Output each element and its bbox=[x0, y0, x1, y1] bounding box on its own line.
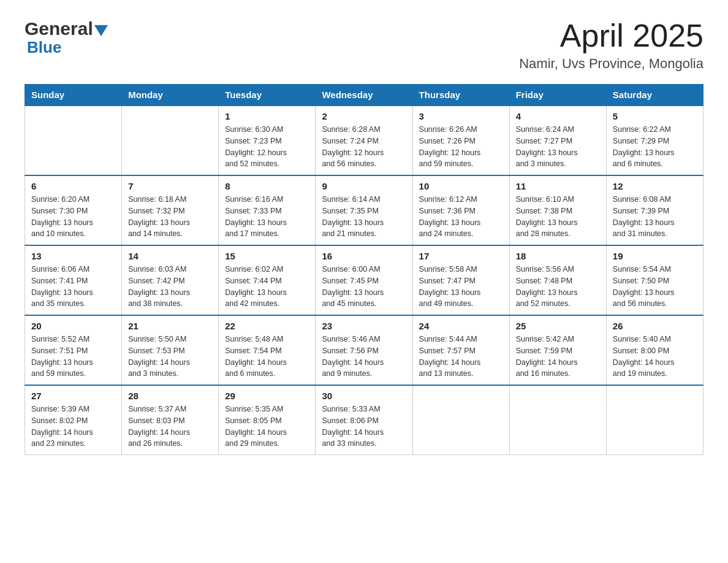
day-info: Sunrise: 5:56 AM Sunset: 7:48 PM Dayligh… bbox=[516, 264, 600, 310]
page-header: General Blue April 2025 Namir, Uvs Provi… bbox=[25, 18, 703, 72]
day-number: 25 bbox=[516, 321, 600, 331]
calendar-cell: 21Sunrise: 5:50 AM Sunset: 7:53 PM Dayli… bbox=[122, 315, 219, 385]
calendar-cell bbox=[412, 385, 509, 455]
calendar-cell: 2Sunrise: 6:28 AM Sunset: 7:24 PM Daylig… bbox=[316, 105, 412, 175]
calendar-cell: 1Sunrise: 6:30 AM Sunset: 7:23 PM Daylig… bbox=[219, 105, 316, 175]
day-info: Sunrise: 5:48 AM Sunset: 7:54 PM Dayligh… bbox=[225, 334, 309, 380]
day-number: 14 bbox=[128, 251, 212, 261]
col-header-monday: Monday bbox=[122, 85, 219, 106]
day-info: Sunrise: 5:54 AM Sunset: 7:50 PM Dayligh… bbox=[613, 264, 697, 310]
day-number: 13 bbox=[31, 251, 115, 261]
day-number: 5 bbox=[613, 111, 697, 121]
calendar-cell: 3Sunrise: 6:26 AM Sunset: 7:26 PM Daylig… bbox=[412, 105, 509, 175]
day-number: 16 bbox=[322, 251, 406, 261]
day-number: 27 bbox=[31, 391, 115, 401]
day-number: 4 bbox=[516, 111, 600, 121]
calendar-table: SundayMondayTuesdayWednesdayThursdayFrid… bbox=[25, 84, 703, 455]
day-number: 15 bbox=[225, 251, 309, 261]
calendar-cell bbox=[606, 385, 703, 455]
calendar-cell: 17Sunrise: 5:58 AM Sunset: 7:47 PM Dayli… bbox=[412, 245, 509, 315]
calendar-cell: 22Sunrise: 5:48 AM Sunset: 7:54 PM Dayli… bbox=[219, 315, 316, 385]
logo-triangle-icon bbox=[94, 25, 108, 36]
day-number: 6 bbox=[31, 181, 115, 191]
week-row-1: 1Sunrise: 6:30 AM Sunset: 7:23 PM Daylig… bbox=[25, 105, 703, 175]
day-info: Sunrise: 6:22 AM Sunset: 7:29 PM Dayligh… bbox=[613, 124, 697, 170]
calendar-cell: 18Sunrise: 5:56 AM Sunset: 7:48 PM Dayli… bbox=[509, 245, 606, 315]
calendar-cell bbox=[509, 385, 606, 455]
day-info: Sunrise: 6:18 AM Sunset: 7:32 PM Dayligh… bbox=[128, 194, 212, 240]
day-number: 17 bbox=[419, 251, 503, 261]
col-header-thursday: Thursday bbox=[412, 85, 509, 106]
calendar-cell: 26Sunrise: 5:40 AM Sunset: 8:00 PM Dayli… bbox=[606, 315, 703, 385]
calendar-cell bbox=[122, 105, 219, 175]
day-info: Sunrise: 6:24 AM Sunset: 7:27 PM Dayligh… bbox=[516, 124, 600, 170]
logo-blue: Blue bbox=[27, 38, 61, 56]
calendar-cell: 13Sunrise: 6:06 AM Sunset: 7:41 PM Dayli… bbox=[25, 245, 122, 315]
logo: General Blue bbox=[25, 18, 109, 57]
day-info: Sunrise: 6:30 AM Sunset: 7:23 PM Dayligh… bbox=[225, 124, 309, 170]
calendar-header-row: SundayMondayTuesdayWednesdayThursdayFrid… bbox=[25, 85, 703, 106]
day-number: 8 bbox=[225, 181, 309, 191]
calendar-cell: 25Sunrise: 5:42 AM Sunset: 7:59 PM Dayli… bbox=[509, 315, 606, 385]
day-info: Sunrise: 5:50 AM Sunset: 7:53 PM Dayligh… bbox=[128, 334, 212, 380]
week-row-3: 13Sunrise: 6:06 AM Sunset: 7:41 PM Dayli… bbox=[25, 245, 703, 315]
col-header-wednesday: Wednesday bbox=[316, 85, 412, 106]
col-header-sunday: Sunday bbox=[25, 85, 122, 106]
day-number: 29 bbox=[225, 391, 309, 401]
day-number: 23 bbox=[322, 321, 406, 331]
calendar-cell: 8Sunrise: 6:16 AM Sunset: 7:33 PM Daylig… bbox=[219, 175, 316, 245]
day-info: Sunrise: 6:03 AM Sunset: 7:42 PM Dayligh… bbox=[128, 264, 212, 310]
day-number: 11 bbox=[516, 181, 600, 191]
day-info: Sunrise: 6:00 AM Sunset: 7:45 PM Dayligh… bbox=[322, 264, 406, 310]
day-info: Sunrise: 5:39 AM Sunset: 8:02 PM Dayligh… bbox=[31, 404, 115, 450]
day-info: Sunrise: 6:16 AM Sunset: 7:33 PM Dayligh… bbox=[225, 194, 309, 240]
day-number: 20 bbox=[31, 321, 115, 331]
day-info: Sunrise: 6:20 AM Sunset: 7:30 PM Dayligh… bbox=[31, 194, 115, 240]
calendar-cell: 23Sunrise: 5:46 AM Sunset: 7:56 PM Dayli… bbox=[316, 315, 412, 385]
calendar-cell: 5Sunrise: 6:22 AM Sunset: 7:29 PM Daylig… bbox=[606, 105, 703, 175]
day-number: 9 bbox=[322, 181, 406, 191]
day-number: 26 bbox=[613, 321, 697, 331]
week-row-4: 20Sunrise: 5:52 AM Sunset: 7:51 PM Dayli… bbox=[25, 315, 703, 385]
logo-general: General bbox=[25, 18, 93, 39]
day-info: Sunrise: 6:14 AM Sunset: 7:35 PM Dayligh… bbox=[322, 194, 406, 240]
calendar-cell: 16Sunrise: 6:00 AM Sunset: 7:45 PM Dayli… bbox=[316, 245, 412, 315]
calendar-cell: 11Sunrise: 6:10 AM Sunset: 7:38 PM Dayli… bbox=[509, 175, 606, 245]
day-info: Sunrise: 5:52 AM Sunset: 7:51 PM Dayligh… bbox=[31, 334, 115, 380]
calendar-cell: 14Sunrise: 6:03 AM Sunset: 7:42 PM Dayli… bbox=[122, 245, 219, 315]
day-info: Sunrise: 5:40 AM Sunset: 8:00 PM Dayligh… bbox=[613, 334, 697, 380]
calendar-cell: 6Sunrise: 6:20 AM Sunset: 7:30 PM Daylig… bbox=[25, 175, 122, 245]
day-info: Sunrise: 5:42 AM Sunset: 7:59 PM Dayligh… bbox=[516, 334, 600, 380]
day-number: 24 bbox=[419, 321, 503, 331]
day-info: Sunrise: 6:06 AM Sunset: 7:41 PM Dayligh… bbox=[31, 264, 115, 310]
day-number: 19 bbox=[613, 251, 697, 261]
calendar-cell: 27Sunrise: 5:39 AM Sunset: 8:02 PM Dayli… bbox=[25, 385, 122, 455]
day-info: Sunrise: 6:28 AM Sunset: 7:24 PM Dayligh… bbox=[322, 124, 406, 170]
calendar-cell: 29Sunrise: 5:35 AM Sunset: 8:05 PM Dayli… bbox=[219, 385, 316, 455]
day-number: 28 bbox=[128, 391, 212, 401]
week-row-5: 27Sunrise: 5:39 AM Sunset: 8:02 PM Dayli… bbox=[25, 385, 703, 455]
location-title: Namir, Uvs Province, Mongolia bbox=[519, 56, 703, 72]
day-number: 22 bbox=[225, 321, 309, 331]
day-info: Sunrise: 5:35 AM Sunset: 8:05 PM Dayligh… bbox=[225, 404, 309, 450]
calendar-cell: 4Sunrise: 6:24 AM Sunset: 7:27 PM Daylig… bbox=[509, 105, 606, 175]
day-number: 7 bbox=[128, 181, 212, 191]
day-number: 10 bbox=[419, 181, 503, 191]
calendar-cell: 10Sunrise: 6:12 AM Sunset: 7:36 PM Dayli… bbox=[412, 175, 509, 245]
day-info: Sunrise: 5:44 AM Sunset: 7:57 PM Dayligh… bbox=[419, 334, 503, 380]
col-header-saturday: Saturday bbox=[606, 85, 703, 106]
day-info: Sunrise: 5:58 AM Sunset: 7:47 PM Dayligh… bbox=[419, 264, 503, 310]
calendar-cell: 28Sunrise: 5:37 AM Sunset: 8:03 PM Dayli… bbox=[122, 385, 219, 455]
day-info: Sunrise: 6:02 AM Sunset: 7:44 PM Dayligh… bbox=[225, 264, 309, 310]
calendar-cell bbox=[25, 105, 122, 175]
day-info: Sunrise: 6:08 AM Sunset: 7:39 PM Dayligh… bbox=[613, 194, 697, 240]
day-info: Sunrise: 6:26 AM Sunset: 7:26 PM Dayligh… bbox=[419, 124, 503, 170]
calendar-cell: 7Sunrise: 6:18 AM Sunset: 7:32 PM Daylig… bbox=[122, 175, 219, 245]
day-number: 3 bbox=[419, 111, 503, 121]
calendar-cell: 15Sunrise: 6:02 AM Sunset: 7:44 PM Dayli… bbox=[219, 245, 316, 315]
day-number: 21 bbox=[128, 321, 212, 331]
week-row-2: 6Sunrise: 6:20 AM Sunset: 7:30 PM Daylig… bbox=[25, 175, 703, 245]
day-info: Sunrise: 6:10 AM Sunset: 7:38 PM Dayligh… bbox=[516, 194, 600, 240]
day-number: 30 bbox=[322, 391, 406, 401]
day-number: 2 bbox=[322, 111, 406, 121]
